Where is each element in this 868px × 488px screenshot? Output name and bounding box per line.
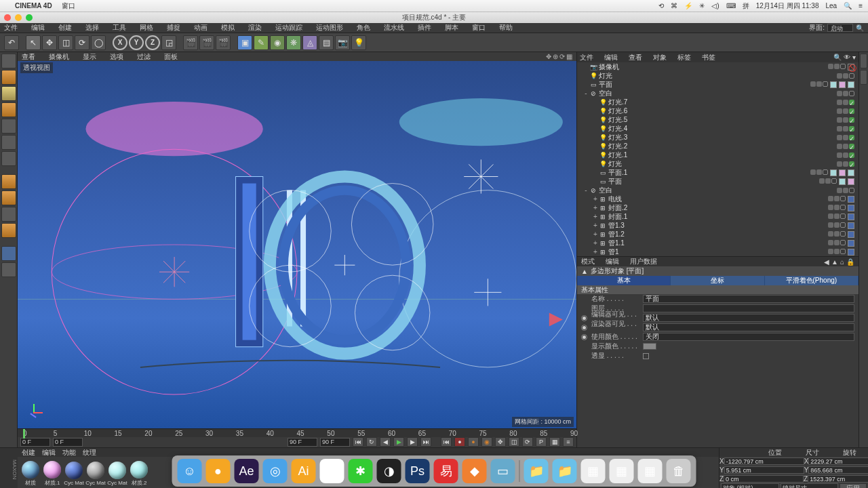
y-axis-toggle[interactable]: Y — [129, 35, 144, 50]
mat-menu-item[interactable]: 纹理 — [83, 448, 96, 458]
coord-system-button[interactable]: ◲ — [161, 35, 176, 50]
cube-primitive-button[interactable]: ▣ — [237, 35, 252, 50]
zoom-icon[interactable] — [26, 14, 33, 21]
mat-menu-item[interactable]: 创建 — [22, 448, 35, 458]
status-item[interactable]: ⌨ — [726, 2, 736, 9]
dock-app-icon[interactable]: ▭ — [491, 459, 515, 483]
status-item[interactable]: ⟲ — [658, 2, 664, 9]
xray-button[interactable] — [1, 262, 16, 277]
object-row[interactable]: ▭ 平面 — [577, 177, 859, 186]
environment-button[interactable]: ▤ — [319, 35, 334, 50]
view-menu-item[interactable]: 查看 — [22, 52, 35, 62]
object-row[interactable]: 📷 摄像机 🚫 — [577, 62, 859, 71]
polygon-mode-button[interactable] — [1, 151, 16, 166]
object-row[interactable]: - ⊘ 空白 — [577, 89, 859, 98]
menu-item[interactable]: 窗口 — [472, 23, 486, 33]
pen-tool-button[interactable]: ✎ — [254, 35, 269, 50]
menu-item[interactable]: 插件 — [418, 23, 431, 33]
object-row[interactable]: 💡 灯光.6 ✓ — [577, 106, 859, 115]
dock-app-icon[interactable]: ◎ — [263, 459, 288, 483]
dock-app-icon[interactable]: ◆ — [462, 459, 487, 483]
viewport-rotate-icon[interactable]: ⟳ — [559, 53, 565, 60]
dock-app-icon[interactable]: ● — [206, 459, 231, 483]
om-menu-item[interactable]: 编辑 — [604, 53, 618, 62]
menu-item[interactable]: 工具 — [113, 23, 126, 33]
point-mode-button[interactable] — [1, 119, 16, 134]
object-row[interactable]: 💡 灯光.4 ✓ — [577, 124, 859, 133]
next-frame-button[interactable]: ▶ — [407, 437, 418, 447]
checkbox[interactable] — [643, 353, 649, 359]
generator-button[interactable]: ❋ — [286, 35, 301, 50]
object-row[interactable]: 💡 灯光 ✓ — [577, 159, 859, 168]
object-name[interactable]: 灯光 — [608, 159, 622, 169]
object-name[interactable]: 灯光.3 — [608, 133, 627, 142]
object-name[interactable]: 封面.1 — [608, 212, 627, 222]
pos-key-button[interactable]: ✥ — [495, 437, 506, 447]
scale-key-button[interactable]: ◫ — [509, 437, 519, 447]
dock-app-icon[interactable]: ☺ — [178, 459, 202, 483]
om-eye-icon[interactable]: 👁 — [844, 54, 850, 61]
tree-toggle-icon[interactable]: - — [583, 89, 589, 97]
range-end-field[interactable] — [288, 438, 317, 447]
dock-app-icon[interactable]: ◑ — [377, 459, 401, 483]
tree-toggle-icon[interactable]: - — [583, 186, 589, 194]
attr-home-icon[interactable]: ⌂ — [840, 258, 844, 266]
goto-end-button[interactable]: ⏭ — [420, 437, 431, 447]
status-item[interactable]: ◁) — [711, 2, 719, 9]
object-row[interactable]: 💡 灯光.5 ✓ — [577, 115, 859, 124]
tree-toggle-icon[interactable]: + — [592, 230, 599, 238]
view-menu-item[interactable]: 选项 — [110, 52, 123, 62]
tree-toggle-icon[interactable]: + — [592, 204, 599, 211]
tweak-button[interactable] — [1, 223, 16, 238]
menu-item[interactable]: 选择 — [85, 23, 99, 33]
attr-up-icon[interactable]: ▲ — [831, 258, 838, 266]
material-swatch[interactable]: 材质.1 — [42, 461, 62, 487]
play-button[interactable]: ▶ — [393, 437, 404, 447]
structure-button[interactable] — [860, 70, 867, 85]
pos-field[interactable] — [724, 458, 804, 465]
undo-button[interactable]: ↶ — [4, 35, 19, 50]
mat-menu-item[interactable]: 编辑 — [42, 448, 56, 458]
object-name[interactable]: 管1.1 — [608, 239, 625, 248]
model-mode-button[interactable] — [1, 70, 16, 85]
camera-button[interactable]: 📷 — [335, 35, 350, 50]
total-frames-field[interactable] — [320, 438, 350, 447]
material-swatch[interactable]: 材质.2 — [129, 461, 149, 487]
mac-menu-window[interactable]: 窗口 — [62, 1, 75, 11]
attr-input[interactable] — [643, 295, 854, 303]
attr-input[interactable] — [643, 314, 854, 322]
dock-app-icon[interactable]: Ai — [292, 459, 316, 483]
view-menu-item[interactable]: 面板 — [164, 52, 178, 62]
color-swatch[interactable] — [643, 343, 656, 350]
fcurve-button[interactable]: ≡ — [563, 437, 574, 447]
dock-app-icon[interactable]: ▦ — [581, 459, 606, 483]
keyframe-button[interactable]: ◉ — [481, 437, 492, 447]
light-button[interactable]: 💡 — [351, 35, 366, 50]
dock-app-icon[interactable]: ◐ — [320, 459, 344, 483]
menu-item[interactable]: 网格 — [140, 23, 153, 33]
om-menu-item[interactable]: 标签 — [677, 53, 691, 62]
status-item[interactable]: ≡ — [859, 2, 863, 9]
tree-toggle-icon[interactable]: + — [592, 195, 599, 203]
object-row[interactable]: 💡 灯光.1 ✓ — [577, 150, 859, 159]
attr-menu-item[interactable]: 用户数据 — [630, 257, 657, 266]
size-field[interactable] — [808, 458, 868, 465]
axis-button[interactable] — [1, 174, 16, 189]
x-axis-toggle[interactable]: X — [113, 35, 127, 50]
make-editable-button[interactable] — [1, 54, 16, 68]
search-icon[interactable]: 🔍 — [856, 24, 864, 32]
menu-item[interactable]: 编辑 — [31, 23, 45, 33]
status-item[interactable]: Lea — [825, 2, 837, 9]
menu-item[interactable]: 帮助 — [499, 23, 513, 33]
object-row[interactable]: + ⊞ 管1.1 — [577, 239, 859, 247]
playhead[interactable] — [23, 429, 25, 439]
viewport-solo-button[interactable] — [1, 246, 16, 261]
dock-app-icon[interactable]: 🗑 — [667, 459, 691, 483]
timeline-ruler[interactable]: 051015202530354045505560657075808590 — [18, 429, 576, 437]
soft-select-button[interactable] — [1, 207, 16, 222]
status-item[interactable]: 拼 — [743, 1, 749, 11]
dock-app-icon[interactable]: 易 — [434, 459, 458, 483]
tree-toggle-icon[interactable]: + — [592, 213, 599, 220]
dock-app-icon[interactable]: 📁 — [553, 459, 577, 483]
object-name[interactable]: 灯光.6 — [608, 106, 627, 116]
